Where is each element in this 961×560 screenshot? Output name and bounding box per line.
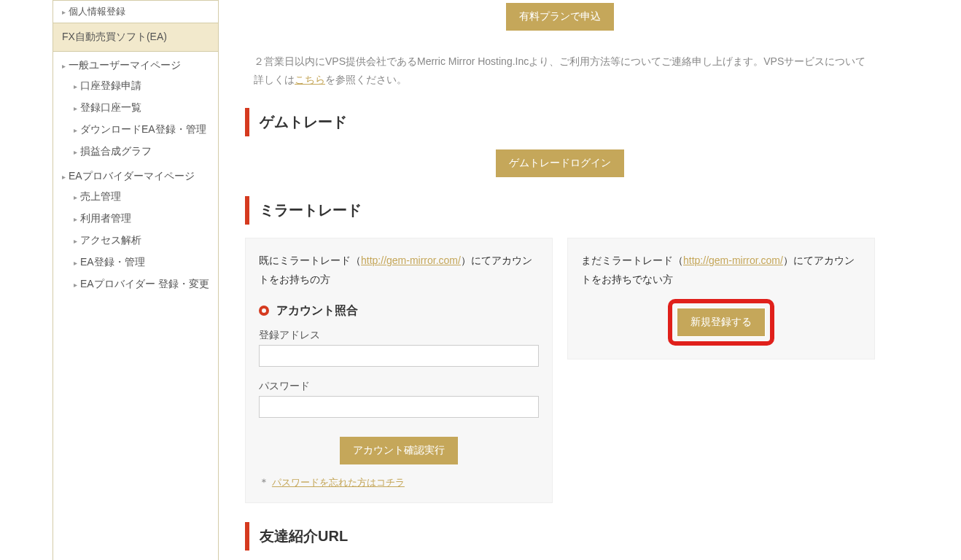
password-input[interactable]: [259, 396, 539, 418]
heading-gemtrade: ゲムトレード: [245, 108, 875, 136]
password-label: パスワード: [259, 380, 539, 393]
mirror-right-link[interactable]: http://gem-mirror.com/: [683, 254, 783, 266]
paid-plan-apply-button[interactable]: 有料プランで申込: [506, 3, 614, 31]
heading-mirror-trade: ミラートレード: [245, 196, 875, 225]
mirror-login-panel: 既にミラートレード（http://gem-mirror.com/）にてアカウント…: [245, 238, 553, 502]
sidebar-item-sales[interactable]: 売上管理: [53, 186, 218, 208]
email-input[interactable]: [259, 345, 539, 367]
sidebar-item-personal-info[interactable]: 個人情報登録: [53, 1, 218, 23]
mirror-register-panel: まだミラートレード（http://gem-mirror.com/）にてアカウント…: [567, 238, 875, 359]
email-label: 登録アドレス: [259, 329, 539, 342]
sidebar-item-account-list[interactable]: 登録口座一覧: [53, 97, 218, 119]
vps-info-link[interactable]: こちら: [295, 74, 325, 85]
circle-icon: [259, 306, 269, 316]
sidebar-item-download-ea[interactable]: ダウンロードEA登録・管理: [53, 119, 218, 141]
sidebar-item-account-register[interactable]: 口座登録申請: [53, 75, 218, 97]
vps-info-suffix: を参照ください。: [325, 74, 407, 85]
mirror-left-link[interactable]: http://gem-mirror.com/: [361, 254, 461, 266]
gemtrade-login-button[interactable]: ゲムトレードログイン: [496, 149, 624, 177]
sidebar-item-ea-provider-edit[interactable]: EAプロバイダー 登録・変更: [53, 273, 218, 295]
mirror-right-prefix: まだミラートレード（: [581, 254, 683, 266]
sidebar-section-ea-provider[interactable]: EAプロバイダーマイページ: [53, 163, 218, 186]
main-content: 有料プランで申込 ２営業日以内にVPS提供会社であるMerric Mirror …: [219, 0, 919, 560]
forgot-password-link[interactable]: パスワードを忘れた方はコチラ: [272, 477, 405, 488]
vps-info-text: ２営業日以内にVPS提供会社であるMerric Mirror Hosting.I…: [245, 52, 875, 89]
sidebar: 個人情報登録 FX自動売買ソフト(EA) 一般ユーザーマイページ 口座登録申請 …: [52, 0, 219, 560]
register-highlight-box: 新規登録する: [668, 299, 774, 346]
account-match-heading: アカウント照合: [259, 303, 539, 319]
account-match-label: アカウント照合: [276, 303, 358, 319]
sidebar-header-fx-ea: FX自動売買ソフト(EA): [53, 23, 218, 52]
sidebar-item-users[interactable]: 利用者管理: [53, 208, 218, 230]
sidebar-item-analytics[interactable]: アクセス解析: [53, 230, 218, 252]
heading-referral-url: 友達紹介URL: [245, 522, 875, 551]
sidebar-item-ea-manage[interactable]: EA登録・管理: [53, 252, 218, 273]
sidebar-section-user-mypage[interactable]: 一般ユーザーマイページ: [53, 52, 218, 75]
sidebar-item-pl-graph[interactable]: 損益合成グラフ: [53, 141, 218, 163]
forgot-prefix: ＊: [259, 476, 269, 488]
account-verify-button[interactable]: アカウント確認実行: [340, 437, 458, 464]
mirror-left-prefix: 既にミラートレード（: [259, 254, 361, 266]
new-register-button[interactable]: 新規登録する: [677, 308, 766, 337]
